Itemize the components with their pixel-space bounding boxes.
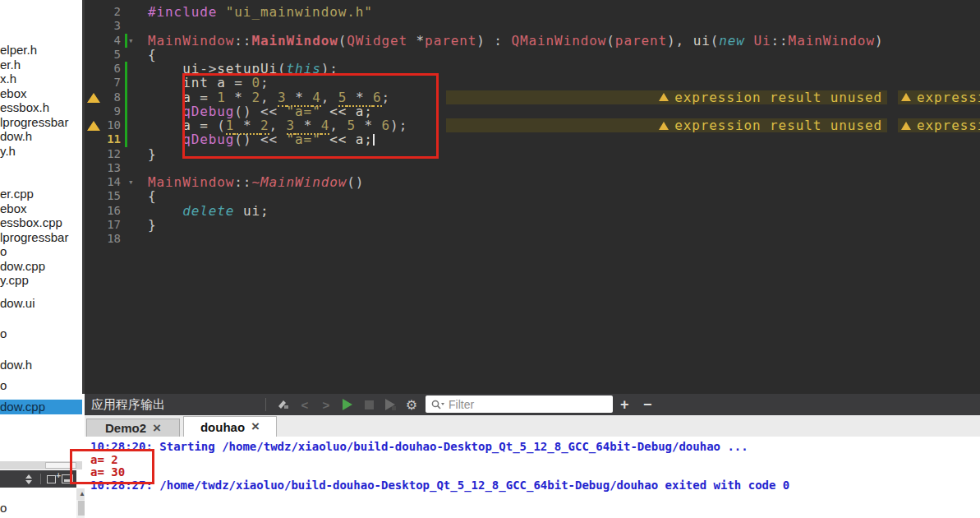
output-line-stderr: a= 2 <box>90 454 118 466</box>
sidebar-file-lprogressbar[interactable]: lprogressbar <box>0 230 82 245</box>
sidebar-file-elper.h[interactable]: elper.h <box>0 43 82 58</box>
fold-marker-icon[interactable]: ▾ <box>128 34 134 48</box>
code-line-12[interactable]: 12} <box>85 147 980 161</box>
change-bar <box>125 104 127 118</box>
change-bar <box>125 118 127 132</box>
close-panel-icon[interactable] <box>62 474 73 483</box>
sidebar-file-er.h[interactable]: er.h <box>0 58 82 72</box>
sidebar-file-y.h[interactable]: y.h <box>0 144 82 159</box>
zoom-out-icon[interactable]: − <box>643 394 652 415</box>
code-text: } <box>148 147 157 161</box>
sidebar-file-essbox.h[interactable]: essbox.h <box>0 100 82 115</box>
line-number: 7 <box>90 76 121 90</box>
sidebar-file-x.h[interactable]: x.h <box>0 72 82 86</box>
code-text: { <box>148 48 157 62</box>
sidebar-file-ebox[interactable]: ebox <box>0 86 82 101</box>
code-text: delete ui; <box>148 204 269 218</box>
sidebar-file-o[interactable]: o <box>0 501 82 516</box>
code-line-13[interactable]: 13 <box>85 161 980 175</box>
code-line-15[interactable]: 15{ <box>85 189 980 203</box>
code-line-16[interactable]: 16 delete ui; <box>85 204 980 218</box>
previous-item-icon[interactable]: < <box>294 396 315 413</box>
line-number: 9 <box>90 104 121 118</box>
line-number: 14 <box>90 175 121 189</box>
sidebar-file-o[interactable]: o <box>0 244 82 259</box>
split-add-icon[interactable] <box>47 475 56 483</box>
line-number: 5 <box>90 48 121 62</box>
run-icon[interactable] <box>337 396 358 413</box>
sidebar-file-lprogressbar[interactable]: lprogressbar <box>0 115 82 130</box>
sidebar-file-y.cpp[interactable]: y.cpp <box>0 273 82 288</box>
tab-demo2[interactable]: Demo2 × <box>86 419 180 437</box>
code-text: #include "ui_mainwindow.h" <box>148 5 373 19</box>
line-number: 3 <box>90 19 121 33</box>
next-item-icon[interactable]: > <box>315 396 337 413</box>
code-line-10[interactable]: expression result unusedexpression resul… <box>85 118 980 132</box>
sidebar-file-ebox[interactable]: ebox <box>0 201 82 216</box>
code-line-5[interactable]: 5{ <box>85 48 980 62</box>
sidebar-file-dow.h[interactable]: dow.h <box>0 358 82 372</box>
sidebar-file-essbox.cpp[interactable]: essbox.cpp <box>0 215 82 230</box>
warning-triangle-icon <box>901 122 911 130</box>
code-line-4[interactable]: 4▾MainWindow::MainWindow(QWidget *parent… <box>85 34 980 48</box>
filter-placeholder: Filter <box>449 398 474 411</box>
change-bar <box>125 62 127 76</box>
line-number: 2 <box>90 5 121 19</box>
code-text: qDebug() << "a=" << a; <box>148 104 373 118</box>
code-line-11[interactable]: 11 qDebug() << "a=" << a; <box>85 132 980 146</box>
sort-icon[interactable] <box>23 471 35 488</box>
line-number: 12 <box>90 147 121 161</box>
stop-icon[interactable] <box>358 396 380 413</box>
close-tab-icon[interactable]: × <box>251 421 260 432</box>
code-editor[interactable]: 2#include "ui_mainwindow.h"34▾MainWindow… <box>85 0 980 394</box>
line-number: 10 <box>90 118 121 132</box>
zoom-in-icon[interactable]: + <box>620 394 629 415</box>
tab-douhao[interactable]: douhao × <box>183 416 277 437</box>
change-bar <box>125 76 127 90</box>
code-line-17[interactable]: 17} <box>85 218 980 232</box>
sidebar-file-er.cpp[interactable]: er.cpp <box>0 187 82 201</box>
sidebar-file-o[interactable]: o <box>0 378 82 393</box>
output-line-status: 10:28:27: /home/twdz/xiaoluo/build-douha… <box>90 479 789 492</box>
sidebar-file-o[interactable]: o <box>0 326 82 341</box>
code-line-14[interactable]: 14▾MainWindow::~MainWindow() <box>85 175 980 189</box>
tab-label: douhao <box>200 420 245 434</box>
code-line-2[interactable]: 2#include "ui_mainwindow.h" <box>85 5 980 19</box>
filter-input[interactable]: Filter <box>426 395 613 413</box>
output-line-stderr: a= 30 <box>90 466 125 479</box>
code-text: MainWindow::~MainWindow() <box>148 175 364 189</box>
output-log[interactable]: 10:28:20: Starting /home/twdz/xiaoluo/bu… <box>85 437 980 518</box>
fold-marker-icon[interactable]: ▾ <box>128 175 134 189</box>
run-debug-icon[interactable] <box>380 396 401 413</box>
output-tab-bar: Demo2 × douhao × <box>85 415 980 437</box>
warning-triangle-icon <box>659 122 669 130</box>
code-line-18[interactable]: 18 <box>85 232 980 246</box>
sidebar-file-dow.ui[interactable]: dow.ui <box>0 296 82 311</box>
code-line-6[interactable]: 6 ui->setupUi(this); <box>85 62 980 76</box>
pane-divider[interactable] <box>82 0 85 394</box>
tab-label: Demo2 <box>105 421 146 435</box>
clear-output-icon[interactable] <box>273 396 294 413</box>
code-line-7[interactable]: 7 int a = 0; <box>85 76 980 90</box>
code-line-3[interactable]: 3 <box>85 19 980 33</box>
warning-annotation: expression result unused <box>898 90 980 104</box>
sidebar-file-dow.cpp[interactable]: dow.cpp <box>0 400 82 414</box>
code-text: MainWindow::MainWindow(QWidget *parent) … <box>148 34 883 48</box>
sidebar-file-dow.h[interactable]: dow.h <box>0 129 82 144</box>
sidebar-horizontal-scrollbar[interactable] <box>0 461 82 469</box>
line-number: 15 <box>90 189 121 203</box>
warning-triangle-icon <box>659 93 669 101</box>
code-line-9[interactable]: 9 qDebug() << "a=" << a; <box>85 104 980 118</box>
change-bar <box>125 132 127 146</box>
sidebar-file-dow.cpp[interactable]: dow.cpp <box>0 259 82 274</box>
line-number: 6 <box>90 62 121 76</box>
change-bar <box>125 34 127 48</box>
open-documents-toolbar <box>0 470 76 488</box>
line-number: 4 <box>90 34 121 48</box>
settings-gear-icon[interactable]: ⚙ <box>401 396 422 413</box>
close-tab-icon[interactable]: × <box>153 423 161 434</box>
code-line-8[interactable]: expression result unusedexpression resul… <box>85 90 980 104</box>
warning-annotation: expression result unused <box>446 118 887 132</box>
output-line-status: 10:28:20: Starting /home/twdz/xiaoluo/bu… <box>90 441 748 453</box>
scrollbar-thumb[interactable] <box>45 462 76 469</box>
